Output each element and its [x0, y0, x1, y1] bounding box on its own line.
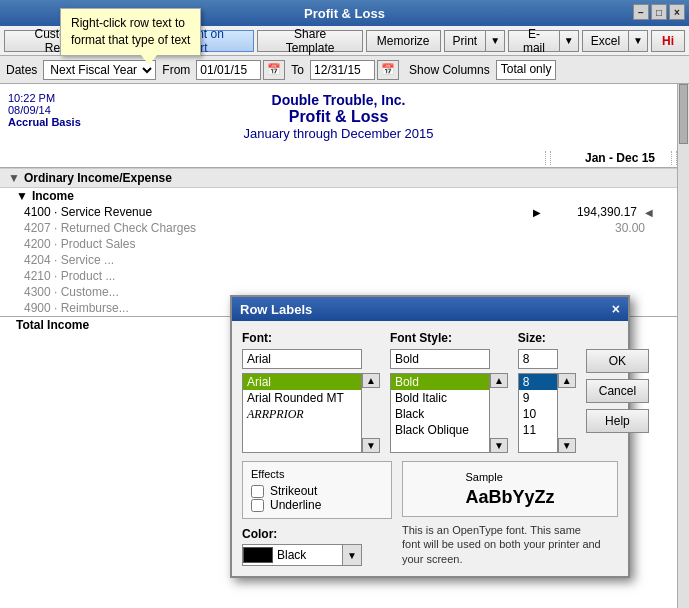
- effects-title: Effects: [251, 468, 383, 480]
- size-label: Size:: [518, 331, 576, 345]
- style-scroll-btns: ▲ ▼: [490, 373, 508, 453]
- dialog-overlay: Row Labels × Font: Arial Arial Rounded M…: [0, 0, 689, 608]
- help-button[interactable]: Help: [586, 409, 649, 433]
- style-scroll-up[interactable]: ▲: [490, 373, 508, 388]
- font-input[interactable]: [242, 349, 362, 369]
- list-item[interactable]: ARRPRIOR: [243, 406, 361, 423]
- font-style-col: Font Style: Bold Bold Italic Black Black…: [390, 331, 508, 453]
- font-list[interactable]: Arial Arial Rounded MT ARRPRIOR: [242, 373, 362, 453]
- row-labels-dialog: Row Labels × Font: Arial Arial Rounded M…: [230, 295, 630, 578]
- effects-box: Effects Strikeout Underline: [242, 461, 392, 519]
- font-style-label: Font Style:: [390, 331, 508, 345]
- list-item[interactable]: 9: [519, 390, 557, 406]
- font-scroll-down[interactable]: ▼: [362, 438, 380, 453]
- underline-row: Underline: [251, 498, 383, 512]
- sample-col: Sample AaBbYyZz This is an OpenType font…: [402, 461, 618, 566]
- strikeout-checkbox[interactable]: [251, 485, 264, 498]
- font-label: Font:: [242, 331, 380, 345]
- strikeout-row: Strikeout: [251, 484, 383, 498]
- list-item[interactable]: 11: [519, 422, 557, 438]
- dialog-body: Font: Arial Arial Rounded MT ARRPRIOR ▲ …: [232, 321, 628, 576]
- underline-label: Underline: [270, 498, 321, 512]
- size-scroll-btns: ▲ ▼: [558, 373, 576, 453]
- list-item[interactable]: Arial Rounded MT: [243, 390, 361, 406]
- font-note: This is an OpenType font. This same font…: [402, 523, 602, 566]
- font-list-wrap: Arial Arial Rounded MT ARRPRIOR ▲ ▼: [242, 373, 380, 453]
- color-dropdown-text: Black: [273, 548, 342, 562]
- size-list[interactable]: 8 9 10 11: [518, 373, 558, 453]
- sample-title: Sample: [465, 471, 554, 483]
- font-style-list-wrap: Bold Bold Italic Black Black Oblique ▲ ▼: [390, 373, 508, 453]
- size-list-wrap: 8 9 10 11 ▲ ▼: [518, 373, 576, 453]
- sample-box: Sample AaBbYyZz: [402, 461, 618, 517]
- buttons-col: OK Cancel Help: [586, 349, 649, 453]
- font-style-list[interactable]: Bold Bold Italic Black Black Oblique: [390, 373, 490, 453]
- size-scroll-up[interactable]: ▲: [558, 373, 576, 388]
- underline-checkbox[interactable]: [251, 499, 264, 512]
- ok-button[interactable]: OK: [586, 349, 649, 373]
- effects-color-col: Effects Strikeout Underline Color:: [242, 461, 392, 566]
- cancel-button[interactable]: Cancel: [586, 379, 649, 403]
- font-style-input[interactable]: [390, 349, 490, 369]
- style-scroll-down[interactable]: ▼: [490, 438, 508, 453]
- list-item[interactable]: Black: [391, 406, 489, 422]
- list-item[interactable]: Arial: [243, 374, 361, 390]
- list-item[interactable]: 10: [519, 406, 557, 422]
- dialog-title-text: Row Labels: [240, 302, 312, 317]
- dialog-font-row: Font: Arial Arial Rounded MT ARRPRIOR ▲ …: [242, 331, 618, 453]
- list-item[interactable]: Bold Italic: [391, 390, 489, 406]
- color-swatch: [243, 547, 273, 563]
- size-scroll-down[interactable]: ▼: [558, 438, 576, 453]
- size-col: Size: 8 9 10 11 ▲ ▼: [518, 331, 576, 453]
- color-section: Color: Black ▼: [242, 527, 392, 566]
- font-col: Font: Arial Arial Rounded MT ARRPRIOR ▲ …: [242, 331, 380, 453]
- list-item[interactable]: Black Oblique: [391, 422, 489, 438]
- strikeout-label: Strikeout: [270, 484, 317, 498]
- list-item[interactable]: 8: [519, 374, 557, 390]
- dialog-close-button[interactable]: ×: [612, 301, 620, 317]
- dialog-title-bar: Row Labels ×: [232, 297, 628, 321]
- list-item[interactable]: Bold: [391, 374, 489, 390]
- color-dropdown[interactable]: Black ▼: [242, 544, 362, 566]
- color-dropdown-arrow-icon[interactable]: ▼: [342, 545, 361, 565]
- sample-text: AaBbYyZz: [465, 487, 554, 508]
- font-scroll-up[interactable]: ▲: [362, 373, 380, 388]
- color-label: Color:: [242, 527, 392, 541]
- font-scroll-btns: ▲ ▼: [362, 373, 380, 453]
- size-input[interactable]: [518, 349, 558, 369]
- dialog-effects-row: Effects Strikeout Underline Color:: [242, 461, 618, 566]
